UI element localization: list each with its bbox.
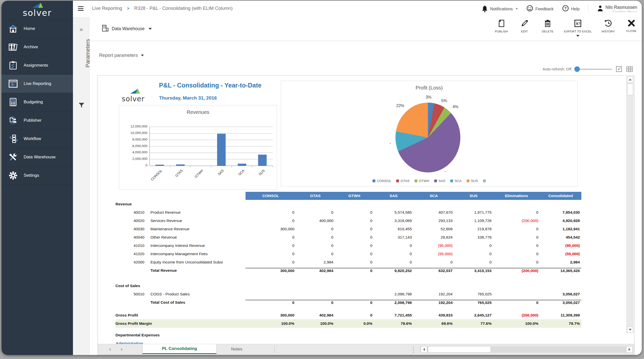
sidebar-item-data-warehouse[interactable]: Data Warehouse (2, 148, 73, 166)
table-cell: 78.7% (540, 321, 581, 326)
legend-item: SUS (467, 179, 478, 183)
sheet-tab-notes[interactable]: Notes (219, 344, 254, 354)
table-cell: 610,455 (374, 227, 413, 231)
scroll-left-button[interactable] (421, 346, 427, 353)
account-label: COGS - Product Sales (145, 292, 246, 296)
close-button[interactable]: CLOSE (625, 19, 638, 32)
expand-report-icon[interactable] (616, 66, 622, 72)
breadcrumb-section[interactable]: Live Reporting (92, 6, 122, 11)
table-cell: 77.6% (454, 321, 493, 326)
pie-label-GTAS: 5% (441, 99, 447, 103)
scroll-up-button[interactable] (627, 76, 633, 83)
y-axis-tick-label: 10,000,000 (122, 131, 147, 135)
column-header-SCA: SCA (413, 192, 454, 200)
table-cell: 0 (335, 313, 374, 318)
table-row: 40020Services Revenue0400,00003,318,0692… (115, 216, 581, 225)
sidebar-item-archive[interactable]: Archive (2, 38, 73, 56)
delete-button[interactable]: DELETE (541, 19, 554, 33)
help-button[interactable]: ? Help (562, 5, 580, 13)
table-cell: 0 (335, 260, 374, 264)
sidebar-item-workflow[interactable]: Workflow (2, 129, 73, 148)
vertical-scrollbar[interactable] (626, 76, 634, 333)
data-source-dropdown[interactable]: Data Warehouse (102, 24, 152, 33)
table-cell: 0 (296, 300, 335, 305)
user-menu[interactable]: Nils Rasmussen CorpDemo Master (597, 5, 637, 13)
account-label: Product Revenue (145, 210, 246, 215)
table-cell: 0 (246, 252, 296, 256)
sidebar-item-assignments[interactable]: Assignments (2, 56, 73, 74)
account-label: Intercompany Management Fees (145, 252, 246, 256)
sheet-tab-pl-consolidating[interactable]: PL Consolidating (142, 344, 217, 354)
vertical-scroll-thumb[interactable] (627, 84, 633, 95)
account-label: Maintenance Revenue (145, 227, 246, 231)
grid-view-icon[interactable] (626, 66, 633, 72)
table-cell: (95,000) (413, 243, 454, 248)
legend-swatch (450, 180, 453, 182)
table-cell: 293,133 (413, 218, 454, 223)
sidebar-item-home[interactable]: Home (2, 19, 73, 38)
table-header-row: CONSOLGTASGTWHSASSCASUSEliminationsConso… (115, 192, 581, 200)
table-cell: 11,309,399 (540, 313, 581, 318)
report-viewer: solver P&L - Consolidating - Year-to-Dat… (98, 75, 634, 355)
export-to-excel-button[interactable]: XEXPORT TO EXCEL (564, 19, 592, 37)
live-reporting-icon (8, 79, 18, 88)
feedback-button[interactable]: Feedback (527, 5, 553, 13)
sidebar-item-settings[interactable]: Settings (2, 166, 73, 185)
parameters-panel: » Parameters (73, 17, 90, 355)
section-label: Departmental Expenses (115, 333, 296, 337)
history-button[interactable]: HISTORY (601, 19, 615, 33)
publish-button[interactable]: PUBLISH (495, 19, 508, 33)
bar-SAS (217, 134, 226, 166)
sidebar-item-live-reporting[interactable]: Live Reporting (2, 74, 73, 93)
sidebar-item-publisher[interactable]: Publisher (2, 111, 73, 129)
gridline (149, 159, 273, 159)
notifications-button[interactable]: Notifications (482, 4, 518, 13)
sidebar-item-budgeting[interactable]: Budgeting (2, 93, 73, 111)
account-label: Equity Income from Unconsolidated Subsi (145, 260, 246, 264)
bar-chart-title: Revenues (119, 109, 277, 115)
home-icon (8, 24, 18, 33)
slider-knob[interactable] (574, 66, 580, 72)
table-row: 41020Intercompany Management Fees0000(55… (115, 250, 581, 258)
menu-icon[interactable] (78, 6, 84, 11)
auto-refresh-slider[interactable] (575, 66, 612, 72)
x-axis-tick (252, 166, 252, 167)
account-code: 41020 (115, 252, 145, 256)
table-cell: (200,000) (493, 218, 540, 223)
financial-table: CONSOLGTASGTWHSASSCASUSEliminationsConso… (115, 192, 581, 344)
x-axis-tick (170, 166, 170, 167)
svg-text:?: ? (564, 6, 567, 10)
table-cell: 0 (246, 300, 296, 305)
table-cell: 0 (493, 235, 540, 240)
logo-text: solver (2, 8, 73, 18)
expand-panel-icon[interactable]: » (73, 26, 90, 33)
y-axis-tick-label: 0 (122, 163, 147, 167)
export-excel-icon: X (574, 19, 582, 28)
scroll-right-button[interactable] (626, 346, 633, 353)
account-code: 40030 (115, 227, 145, 231)
filter-icon[interactable] (78, 103, 85, 109)
account-label: Other Revenue (145, 235, 246, 240)
table-cell: 100.0% (296, 321, 335, 326)
scroll-down-button[interactable] (627, 327, 633, 333)
edit-button[interactable]: EDIT (518, 19, 531, 33)
splitter-handle[interactable] (413, 347, 414, 353)
sidebar-item-label: Settings (24, 173, 39, 178)
table-cell: 52,609 (413, 227, 454, 231)
table-cell: 2,645,127 (454, 313, 493, 318)
solver-triangle-icon (32, 3, 45, 8)
solver-logo: solver (2, 1, 73, 19)
table-spacer (115, 328, 581, 331)
legend-label: SAS (438, 179, 445, 183)
table-row: 40010Product Revenue0005,574,585407,6701… (115, 208, 581, 216)
close-icon (628, 19, 635, 28)
table-cell: 0 (246, 243, 296, 248)
table-cell: 3,318,069 (374, 218, 413, 223)
sheet-nav-left-icon[interactable] (109, 344, 111, 355)
horizontal-scroll-thumb[interactable] (428, 346, 491, 353)
sheet-nav-right-icon[interactable] (121, 344, 123, 355)
report-parameters-toggle[interactable]: Report parameters (99, 53, 144, 58)
sidebar-item-label: Budgeting (24, 100, 43, 105)
legend-item (483, 180, 486, 182)
table-row: Departmental Expenses (115, 331, 581, 339)
